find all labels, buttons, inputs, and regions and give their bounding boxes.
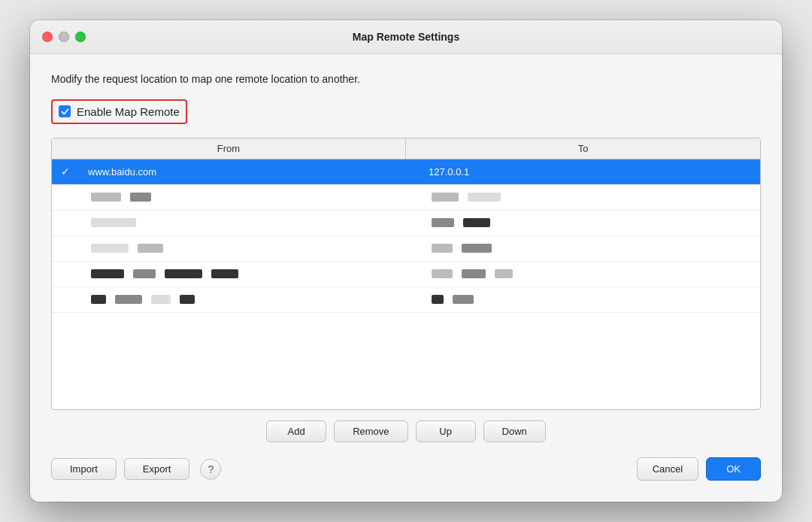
enable-map-remote-label: Enable Map Remote <box>77 105 180 118</box>
add-button[interactable]: Add <box>266 420 326 442</box>
table-row[interactable] <box>52 236 760 262</box>
help-button[interactable]: ? <box>200 459 221 480</box>
bottom-row: Import Export ? Cancel OK <box>51 457 761 481</box>
description-text: Modify the request location to map one r… <box>51 72 761 87</box>
remove-button[interactable]: Remove <box>334 420 408 442</box>
table-body: ✓ www.baidu.com 127.0.0.1 <box>52 159 760 355</box>
mapping-table: From To ✓ www.baidu.com 127.0.0.1 <box>51 138 761 410</box>
export-button[interactable]: Export <box>124 458 190 480</box>
to-cell: 127.0.0.1 <box>420 162 760 182</box>
up-button[interactable]: Up <box>416 420 476 442</box>
ok-button[interactable]: OK <box>706 457 761 481</box>
row-checkmark: ✓ <box>52 165 79 178</box>
close-button[interactable] <box>42 32 53 42</box>
traffic-lights <box>42 32 86 42</box>
table-row[interactable] <box>52 185 760 211</box>
table-header: From To <box>52 138 760 159</box>
action-buttons: Add Remove Up Down <box>51 420 761 442</box>
to-column-header: To <box>406 138 760 159</box>
window-content: Modify the request location to map one r… <box>30 54 782 502</box>
table-row[interactable] <box>52 287 760 313</box>
from-cell: www.baidu.com <box>79 162 420 182</box>
window-title: Map Remote Settings <box>353 31 459 43</box>
table-row[interactable] <box>52 262 760 287</box>
import-button[interactable]: Import <box>51 458 117 480</box>
maximize-button[interactable] <box>75 32 86 42</box>
minimize-button[interactable] <box>59 32 69 42</box>
cancel-button[interactable]: Cancel <box>637 457 698 481</box>
table-row[interactable] <box>52 211 760 236</box>
map-remote-settings-window: Map Remote Settings Modify the request l… <box>30 20 782 502</box>
enable-map-remote-row[interactable]: Enable Map Remote <box>51 99 187 124</box>
enable-map-remote-checkbox[interactable] <box>59 105 71 117</box>
from-column-header: From <box>52 138 406 159</box>
table-row[interactable]: ✓ www.baidu.com 127.0.0.1 <box>52 159 760 185</box>
down-button[interactable]: Down <box>483 420 546 442</box>
titlebar: Map Remote Settings <box>30 20 782 54</box>
